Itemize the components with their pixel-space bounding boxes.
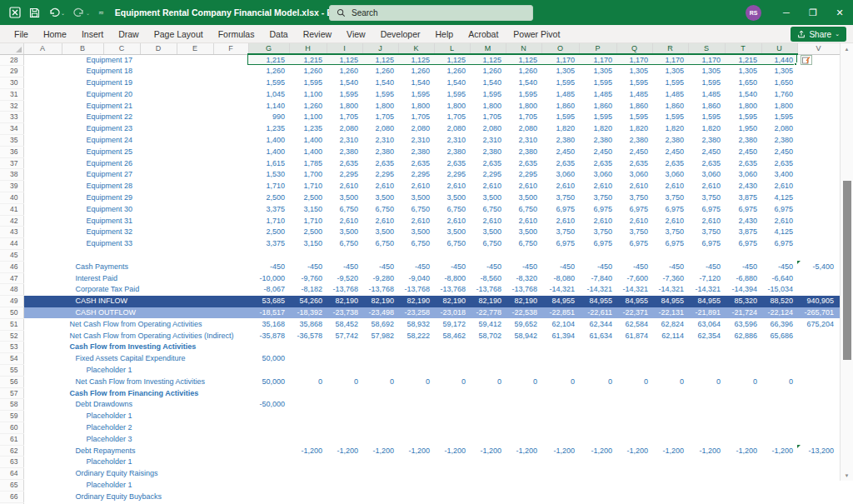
cell[interactable]: 2,310 xyxy=(434,135,470,147)
row-label[interactable]: Placeholder 1 xyxy=(23,365,248,377)
cell[interactable]: 2,080 xyxy=(761,123,797,135)
cell[interactable]: 63,596 xyxy=(725,318,761,330)
cell[interactable] xyxy=(541,353,579,365)
cell[interactable]: 2,295 xyxy=(398,169,434,181)
cell[interactable] xyxy=(652,422,688,434)
cell[interactable]: 2,295 xyxy=(470,169,506,181)
cell[interactable]: 65,686 xyxy=(761,330,797,342)
cell[interactable] xyxy=(362,457,398,468)
cell[interactable]: -1,200 xyxy=(289,445,327,457)
cell[interactable] xyxy=(362,342,398,353)
row-label[interactable]: Equipment 26 xyxy=(23,157,248,169)
cell[interactable]: 1,260 xyxy=(289,66,327,77)
cell[interactable]: 58,452 xyxy=(327,318,362,330)
cell[interactable]: 1,485 xyxy=(616,88,652,100)
cell[interactable]: 6,750 xyxy=(398,203,434,215)
cell[interactable]: 2,450 xyxy=(725,146,761,157)
cell[interactable] xyxy=(362,433,398,445)
cell-total[interactable] xyxy=(797,399,840,411)
cell[interactable] xyxy=(248,468,289,480)
cell[interactable]: 1,170 xyxy=(541,54,579,66)
menu-tab-insert[interactable]: Insert xyxy=(74,25,111,43)
column-header-R[interactable]: R xyxy=(652,43,688,54)
cell[interactable] xyxy=(688,468,725,480)
row-number[interactable]: 40 xyxy=(0,192,23,204)
cell[interactable] xyxy=(725,457,761,468)
cell[interactable] xyxy=(248,479,289,491)
cell[interactable]: 1,650 xyxy=(761,77,797,89)
row-number[interactable]: 44 xyxy=(0,238,23,250)
cell[interactable]: 2,610 xyxy=(541,181,579,192)
cell[interactable]: 1,820 xyxy=(616,123,652,135)
cell[interactable]: -9,280 xyxy=(362,272,398,284)
row-label[interactable]: Placeholder 1 xyxy=(23,457,248,468)
cell[interactable] xyxy=(362,491,398,502)
cell[interactable] xyxy=(434,365,470,377)
row-number[interactable]: 59 xyxy=(0,411,23,422)
row-number[interactable]: 32 xyxy=(0,100,23,112)
cell[interactable]: -22,538 xyxy=(506,307,541,319)
menu-tab-help[interactable]: Help xyxy=(428,25,461,43)
cell[interactable]: 2,380 xyxy=(761,135,797,147)
cell[interactable] xyxy=(327,457,362,468)
cell[interactable] xyxy=(652,468,688,480)
cell[interactable]: 0 xyxy=(688,376,725,387)
cell[interactable]: 62,824 xyxy=(652,318,688,330)
cell[interactable]: 1,705 xyxy=(362,112,398,123)
cell[interactable]: 6,975 xyxy=(541,238,579,250)
cell[interactable]: 1,860 xyxy=(616,100,652,112)
cell-total[interactable] xyxy=(797,238,840,250)
cell[interactable]: 2,295 xyxy=(434,169,470,181)
row-number[interactable]: 28 xyxy=(0,54,23,66)
cell[interactable] xyxy=(579,342,616,353)
cell[interactable]: -14,321 xyxy=(688,284,725,296)
cell[interactable]: 3,750 xyxy=(688,227,725,238)
cell[interactable]: 6,750 xyxy=(327,238,362,250)
cell[interactable] xyxy=(398,365,434,377)
cell[interactable]: -13,768 xyxy=(434,284,470,296)
cell[interactable]: 1,260 xyxy=(398,66,434,77)
cell[interactable]: -23,018 xyxy=(434,307,470,319)
menu-tab-acrobat[interactable]: Acrobat xyxy=(461,25,506,43)
cell[interactable]: -1,200 xyxy=(761,445,797,457)
cell[interactable]: 3,060 xyxy=(652,169,688,181)
menu-tab-data[interactable]: Data xyxy=(262,25,295,43)
cell[interactable]: -1,200 xyxy=(579,445,616,457)
cell[interactable]: 1,260 xyxy=(470,66,506,77)
cell[interactable] xyxy=(248,433,289,445)
cell[interactable] xyxy=(725,468,761,480)
cell[interactable]: 1,100 xyxy=(289,112,327,123)
cell[interactable]: 3,500 xyxy=(327,192,362,204)
cell[interactable] xyxy=(541,399,579,411)
cell[interactable]: 1,595 xyxy=(470,88,506,100)
cell[interactable]: 2,610 xyxy=(541,215,579,227)
cell[interactable] xyxy=(434,457,470,468)
cell[interactable]: -450 xyxy=(761,261,797,272)
cell[interactable]: 1,170 xyxy=(579,54,616,66)
cell[interactable] xyxy=(506,411,541,422)
cell[interactable] xyxy=(248,411,289,422)
row-number[interactable]: 65 xyxy=(0,479,23,491)
cell[interactable]: 6,975 xyxy=(761,203,797,215)
cell[interactable] xyxy=(761,250,797,262)
cell[interactable]: 3,875 xyxy=(725,192,761,204)
cell[interactable]: 2,295 xyxy=(506,169,541,181)
column-header-H[interactable]: H xyxy=(289,43,327,54)
cell[interactable]: 1,530 xyxy=(248,169,289,181)
cell[interactable]: 3,400 xyxy=(761,169,797,181)
row-number[interactable]: 47 xyxy=(0,272,23,284)
cell[interactable]: 1,595 xyxy=(688,112,725,123)
cell[interactable]: 1,400 xyxy=(289,146,327,157)
row-label[interactable]: Net Cash Flow from Operating Activities … xyxy=(23,330,248,342)
cell[interactable]: -22,371 xyxy=(616,307,652,319)
scroll-down-icon[interactable]: ▼ xyxy=(841,470,853,481)
cell[interactable] xyxy=(289,365,327,377)
cell[interactable]: 2,610 xyxy=(506,215,541,227)
cell[interactable]: -450 xyxy=(541,261,579,272)
cell[interactable] xyxy=(652,491,688,502)
cell[interactable]: 1,595 xyxy=(652,77,688,89)
cell[interactable]: 6,975 xyxy=(616,203,652,215)
cell[interactable]: 3,060 xyxy=(541,169,579,181)
cell[interactable]: -1,200 xyxy=(398,445,434,457)
cell[interactable] xyxy=(362,479,398,491)
